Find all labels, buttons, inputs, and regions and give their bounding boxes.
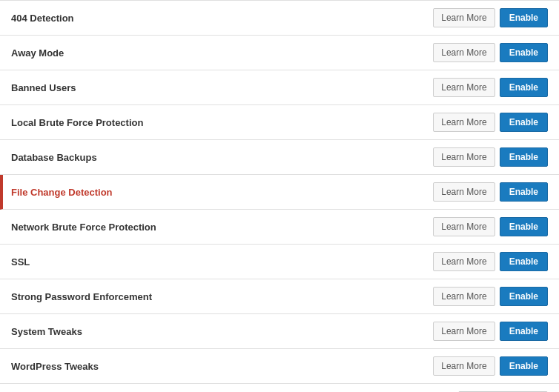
feature-name-system-tweaks: System Tweaks bbox=[11, 326, 433, 337]
feature-name-ssl: SSL bbox=[11, 256, 433, 268]
enable-button-database-backups[interactable]: Enable bbox=[500, 147, 548, 167]
enable-button-404-detection[interactable]: Enable bbox=[500, 8, 548, 27]
feature-row-ssl: SSLLearn MoreEnable bbox=[0, 245, 559, 279]
enable-button-local-brute-force[interactable]: Enable bbox=[500, 113, 548, 132]
feature-name-local-brute-force: Local Brute Force Protection bbox=[11, 117, 433, 128]
feature-actions-banned-users: Learn MoreEnable bbox=[433, 78, 548, 97]
learn-more-button-database-backups[interactable]: Learn More bbox=[433, 147, 494, 167]
feature-name-away-mode: Away Mode bbox=[11, 47, 433, 59]
learn-more-button-404-detection[interactable]: Learn More bbox=[433, 8, 494, 27]
feature-name-file-change-detection: File Change Detection bbox=[11, 187, 433, 198]
feature-actions-network-brute-force: Learn MoreEnable bbox=[433, 217, 548, 236]
feature-actions-database-backups: Learn MoreEnable bbox=[433, 147, 548, 167]
feature-row-wordpress-salts: WordPress SaltsConfigure Settings bbox=[0, 384, 559, 392]
learn-more-button-strong-password[interactable]: Learn More bbox=[433, 287, 494, 306]
feature-row-wordpress-tweaks: WordPress TweaksLearn MoreEnable bbox=[0, 349, 559, 384]
enable-button-network-brute-force[interactable]: Enable bbox=[500, 217, 548, 236]
learn-more-button-file-change-detection[interactable]: Learn More bbox=[433, 182, 494, 202]
feature-actions-system-tweaks: Learn MoreEnable bbox=[433, 322, 548, 341]
feature-name-network-brute-force: Network Brute Force Protection bbox=[11, 222, 433, 233]
feature-name-404-detection: 404 Detection bbox=[11, 13, 433, 24]
feature-name-banned-users: Banned Users bbox=[11, 82, 433, 93]
feature-list: 404 DetectionLearn MoreEnableAway ModeLe… bbox=[0, 0, 559, 392]
learn-more-button-system-tweaks[interactable]: Learn More bbox=[433, 322, 494, 341]
enable-button-away-mode[interactable]: Enable bbox=[500, 43, 548, 62]
feature-actions-wordpress-tweaks: Learn MoreEnable bbox=[433, 356, 548, 376]
enable-button-ssl[interactable]: Enable bbox=[500, 252, 548, 271]
learn-more-button-local-brute-force[interactable]: Learn More bbox=[433, 113, 494, 132]
learn-more-button-network-brute-force[interactable]: Learn More bbox=[433, 217, 494, 236]
learn-more-button-ssl[interactable]: Learn More bbox=[433, 252, 494, 271]
feature-actions-file-change-detection: Learn MoreEnable bbox=[433, 182, 548, 202]
feature-row-banned-users: Banned UsersLearn MoreEnable bbox=[0, 70, 559, 105]
feature-row-network-brute-force: Network Brute Force ProtectionLearn More… bbox=[0, 210, 559, 245]
feature-name-strong-password: Strong Password Enforcement bbox=[11, 291, 433, 302]
enable-button-system-tweaks[interactable]: Enable bbox=[500, 322, 548, 341]
feature-actions-ssl: Learn MoreEnable bbox=[433, 252, 548, 271]
feature-row-away-mode: Away ModeLearn MoreEnable bbox=[0, 36, 559, 70]
feature-row-database-backups: Database BackupsLearn MoreEnable bbox=[0, 140, 559, 175]
enable-button-strong-password[interactable]: Enable bbox=[500, 287, 548, 306]
learn-more-button-wordpress-tweaks[interactable]: Learn More bbox=[433, 356, 494, 376]
learn-more-button-banned-users[interactable]: Learn More bbox=[433, 78, 494, 97]
feature-row-strong-password: Strong Password EnforcementLearn MoreEna… bbox=[0, 279, 559, 314]
enable-button-file-change-detection[interactable]: Enable bbox=[500, 182, 548, 202]
feature-actions-404-detection: Learn MoreEnable bbox=[433, 8, 548, 27]
feature-row-file-change-detection: File Change DetectionLearn MoreEnable bbox=[0, 175, 559, 210]
feature-row-system-tweaks: System TweaksLearn MoreEnable bbox=[0, 314, 559, 349]
enable-button-wordpress-tweaks[interactable]: Enable bbox=[500, 356, 548, 376]
learn-more-button-away-mode[interactable]: Learn More bbox=[433, 43, 494, 62]
feature-row-404-detection: 404 DetectionLearn MoreEnable bbox=[0, 0, 559, 36]
enable-button-banned-users[interactable]: Enable bbox=[500, 78, 548, 97]
feature-name-wordpress-tweaks: WordPress Tweaks bbox=[11, 361, 433, 372]
feature-actions-away-mode: Learn MoreEnable bbox=[433, 43, 548, 62]
feature-actions-strong-password: Learn MoreEnable bbox=[433, 287, 548, 306]
feature-name-database-backups: Database Backups bbox=[11, 152, 433, 163]
feature-actions-local-brute-force: Learn MoreEnable bbox=[433, 113, 548, 132]
feature-row-local-brute-force: Local Brute Force ProtectionLearn MoreEn… bbox=[0, 105, 559, 140]
